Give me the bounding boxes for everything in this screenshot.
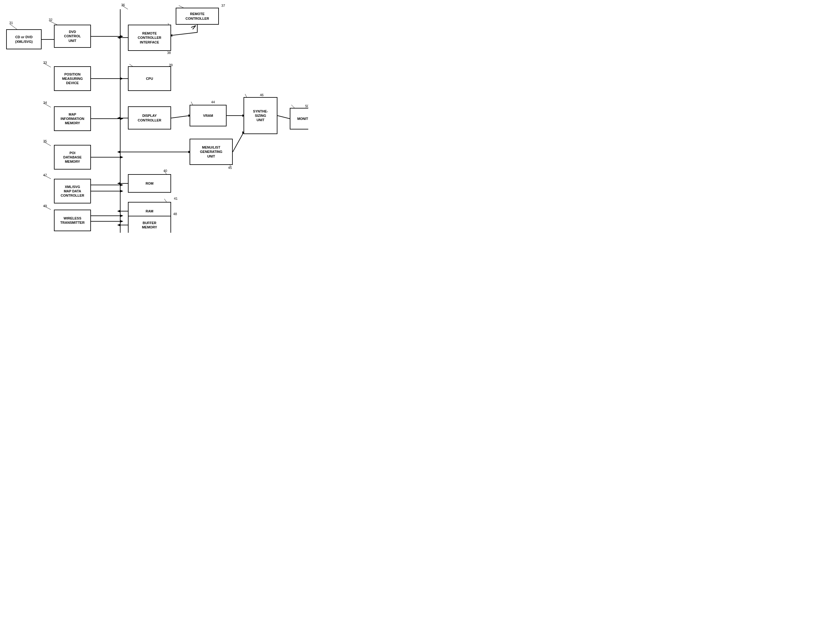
- svg-marker-11: [117, 36, 120, 39]
- svg-marker-33: [117, 151, 120, 153]
- svg-line-67: [245, 94, 246, 97]
- menu-list-label: MENU/LISTGENERATINGUNIT: [200, 145, 223, 158]
- svg-marker-18: [120, 117, 123, 120]
- ref-32: 32: [49, 18, 52, 22]
- xml-svg-ctrl-label: XML/SVGMAP DATACONTROLLER: [61, 185, 84, 198]
- ref-36: 36: [121, 3, 125, 7]
- ref-34: 34: [43, 101, 47, 104]
- svg-marker-6: [120, 35, 123, 38]
- monitor-box: MONITOR: [290, 108, 308, 130]
- remote-ctrl-iface-box: REMOTECONTROLLERINTERFACE: [128, 25, 171, 51]
- wireless-tx-box: WIRELESSTRANSMITTER: [54, 210, 91, 231]
- svg-line-58: [10, 24, 17, 29]
- buffer-mem-label: BUFFERMEMORY: [142, 221, 157, 230]
- dvd-control-label: DVDCONTROLUNIT: [64, 30, 81, 43]
- cd-dvd-label: CD or DVD (XML/SVG): [15, 35, 33, 44]
- svg-line-73: [164, 199, 166, 202]
- ref-49: 49: [43, 204, 47, 208]
- svg-line-22: [171, 115, 189, 118]
- remote-ctrl-iface-label: REMOTECONTROLLERINTERFACE: [138, 31, 161, 44]
- ref-39: 39: [169, 63, 173, 67]
- svg-marker-44: [117, 182, 120, 185]
- svg-marker-53: [117, 210, 120, 212]
- remote-controller-box: REMOTECONTROLLER: [176, 8, 219, 25]
- svg-marker-31: [120, 156, 123, 158]
- menu-list-box: MENU/LISTGENERATINGUNIT: [189, 139, 233, 165]
- display-ctrl-box: DISPLAYCONTROLLER: [128, 106, 171, 130]
- dvd-control-box: DVDCONTROLUNIT: [54, 25, 91, 48]
- ref-44: 44: [211, 100, 215, 104]
- ref-37: 37: [221, 4, 225, 7]
- ref-47: 47: [43, 173, 47, 177]
- synth-unit-box: SYNTHE-SIZINGUNIT: [243, 97, 278, 134]
- svg-line-68: [291, 105, 294, 108]
- poi-db-mem-box: POIDATABASEMEMORY: [54, 145, 91, 169]
- ref-31: 31: [9, 21, 13, 25]
- rom-label: ROM: [145, 181, 153, 186]
- ref-33: 33: [43, 61, 47, 65]
- ref-48: 48: [173, 212, 177, 216]
- position-meas-label: POSITIONMEASURINGDEVICE: [62, 72, 83, 85]
- buffer-mem-box: BUFFERMEMORY: [128, 216, 171, 233]
- map-info-mem-box: MAPINFORMATIONMEMORY: [54, 106, 91, 131]
- ref-46: 46: [260, 93, 264, 97]
- ram-label: RAM: [145, 209, 153, 213]
- svg-line-9: [193, 25, 196, 29]
- ref-41: 41: [174, 197, 178, 201]
- cd-dvd-box: CD or DVD (XML/SVG): [6, 29, 42, 49]
- svg-line-66: [191, 102, 193, 105]
- remote-controller-label: REMOTECONTROLLER: [186, 12, 209, 21]
- synth-unit-label: SYNTHE-SIZINGUNIT: [253, 109, 268, 122]
- svg-marker-48: [120, 215, 123, 217]
- vram-label: VRAM: [203, 114, 213, 118]
- svg-line-64: [129, 64, 133, 66]
- ref-45: 45: [228, 166, 232, 169]
- svg-marker-56: [117, 224, 120, 226]
- svg-marker-39: [120, 184, 123, 186]
- svg-marker-15: [120, 77, 123, 80]
- svg-line-61: [179, 6, 183, 8]
- position-meas-box: POSITIONMEASURINGDEVICE: [54, 66, 91, 91]
- ref-50: 50: [305, 104, 308, 108]
- cpu-label: CPU: [146, 76, 153, 81]
- monitor-label: MONITOR: [297, 117, 308, 121]
- xml-svg-ctrl-box: XML/SVGMAP DATACONTROLLER: [54, 179, 91, 204]
- ref-40: 40: [163, 169, 167, 173]
- map-info-mem-label: MAPINFORMATIONMEMORY: [61, 112, 84, 125]
- svg-marker-42: [120, 190, 123, 192]
- svg-line-26: [278, 115, 290, 118]
- display-ctrl-label: DISPLAYCONTROLLER: [138, 114, 161, 122]
- ref-38: 38: [167, 51, 171, 55]
- cpu-box: CPU: [128, 66, 171, 91]
- svg-line-35: [233, 133, 243, 152]
- svg-marker-51: [120, 220, 123, 223]
- wireless-tx-label: WIRELESSTRANSMITTER: [60, 216, 85, 225]
- svg-line-8: [191, 25, 196, 27]
- poi-db-mem-label: POIDATABASEMEMORY: [63, 151, 81, 164]
- ref-35: 35: [43, 139, 47, 143]
- svg-marker-20: [117, 117, 120, 119]
- vram-box: VRAM: [189, 105, 227, 126]
- rom-box: ROM: [128, 174, 171, 193]
